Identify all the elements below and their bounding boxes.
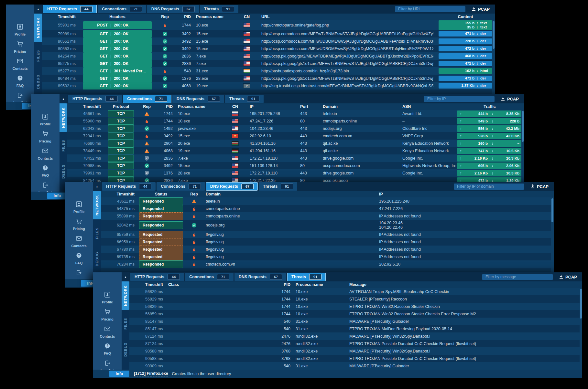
table-row[interactable]: 85275 msGET|200: OK28367.exehttp://ocsp.…	[42, 60, 495, 67]
tab-connections[interactable]: Connections71	[157, 182, 205, 191]
table-row[interactable]: 78452 msTCP28367.exe172.217.18.110443dri…	[67, 154, 524, 162]
table-row[interactable]: 65759 msRequestedffvgdsv.ugIP Addresses …	[101, 231, 554, 238]
sidebar-item-contacts[interactable]: Contacts	[12, 58, 27, 70]
table-row[interactable]: 72941 msTCP349215.exe★202.92.6.10443cmdt…	[67, 132, 524, 140]
filter-input[interactable]	[395, 6, 465, 12]
sidebar-item-log-out[interactable]: Log Out	[38, 182, 52, 192]
tab-threats[interactable]: Threats91	[200, 5, 238, 13]
dock-tab-network[interactable]: NETWORK	[60, 103, 67, 132]
table-row[interactable]: 56829 ms174410.exeSTEALER [PTsecurity] R…	[129, 295, 582, 303]
tab-http-requests[interactable]: HTTP Requests44	[102, 182, 156, 191]
tab-http-requests[interactable]: HTTP Requests44	[43, 5, 97, 13]
tab-connections[interactable]: Connections71	[185, 273, 234, 281]
tab-dns-requests[interactable]: DNS Requests67	[172, 95, 224, 103]
sidebar-item-faq[interactable]: ?FAQ	[42, 164, 49, 177]
scrollbar[interactable]	[580, 288, 582, 370]
collapse-panel-button[interactable]: ▲	[60, 94, 67, 103]
table-row[interactable]: 90588 ms3768rundll32.exeMALWARE [PTsecur…	[129, 347, 582, 355]
dock-tab-files[interactable]: FILES	[93, 221, 101, 245]
tab-threats[interactable]: Threats91	[287, 273, 326, 281]
sidebar-item-log-out[interactable]: Log Out	[13, 92, 27, 102]
table-row[interactable]: 56829 ms174410.exeAV TROJAN Trojan-Spy.M…	[129, 288, 582, 295]
scrollbar-thumb[interactable]	[522, 111, 524, 142]
sidebar-item-pricing[interactable]: Pricing	[14, 40, 26, 53]
sidebar-item-pricing[interactable]: Pricing	[73, 218, 85, 231]
collapse-panel-button[interactable]: ▲	[93, 182, 101, 191]
table-row[interactable]: 85147 ms54031.exeETPRO TROJAN MalDoc Ret…	[129, 325, 582, 332]
dock-tab-debug[interactable]: DEBUG	[60, 160, 67, 184]
dock-tab-network[interactable]: NETWORK	[34, 14, 42, 42]
sidebar-item-log-out[interactable]: Log Out	[101, 360, 114, 370]
pcap-download-button[interactable]: PCAP	[472, 6, 490, 12]
sidebar-item-profile[interactable]: Profile	[40, 113, 51, 126]
filter-input[interactable]	[482, 274, 553, 280]
sidebar-item-pricing[interactable]: Pricing	[101, 308, 113, 321]
table-row[interactable]: 62043 msTCP1492javaw.exe104.20.23.46443n…	[67, 125, 524, 132]
pcap-download-button[interactable]: PCAP	[559, 274, 577, 280]
dock-tab-network[interactable]: NETWORK	[93, 191, 101, 219]
scrollbar-thumb[interactable]	[580, 289, 582, 319]
sidebar-item-log-out[interactable]: Log Out	[72, 269, 86, 279]
filter-input[interactable]	[424, 96, 495, 102]
pcap-download-button[interactable]: PCAP	[530, 184, 549, 189]
dock-tab-files[interactable]: FILES	[122, 312, 129, 336]
scrollbar[interactable]	[551, 197, 554, 279]
table-row[interactable]: 62042 msRespondednodejs.org104.20.23.461…	[101, 220, 554, 231]
table-row[interactable]: 79988 msTCP349215.exe151.139.128.1480ocs…	[67, 162, 524, 169]
dock-tab-files[interactable]: FILES	[34, 44, 42, 68]
table-row[interactable]: 84254 msGET|200: OK28367.exehttp://ocsp.…	[42, 52, 495, 60]
table-row[interactable]: 66958 msRequestedffvgdsv.ugIP Addresses …	[101, 238, 554, 246]
tab-threats[interactable]: Threats91	[225, 95, 264, 103]
table-row[interactable]: 55901 msPOST|200: OK174410.exehttp://cnm…	[42, 20, 495, 30]
tab-dns-requests[interactable]: DNS Requests67	[147, 5, 199, 13]
table-row[interactable]: 70284 msRespondedcmdtech.com.vn202.92.6.…	[101, 260, 554, 268]
tab-connections[interactable]: Connections71	[123, 95, 171, 103]
table-row[interactable]: 56829 ms174410.exeETPRO TROJAN Win32.Rac…	[129, 303, 582, 310]
dock-tab-files[interactable]: FILES	[60, 134, 67, 158]
table-row[interactable]: 54875 msRespondedcnmotoparts.online47.24…	[101, 205, 554, 212]
tab-dns-requests[interactable]: DNS Requests67	[206, 182, 258, 191]
table-row[interactable]: 45661 msTCP174410.exe195.201.225.248443t…	[67, 110, 524, 117]
sidebar-item-contacts[interactable]: Contacts	[100, 325, 115, 338]
scrollbar-thumb[interactable]	[493, 21, 495, 49]
table-row[interactable]: 56859 ms174410.exeETPRO TROJAN Win32.Rac…	[129, 310, 582, 318]
sidebar-item-contacts[interactable]: Contacts	[38, 147, 53, 160]
table-row[interactable]: 43611 msRespondedtelete.in195.201.225.24…	[101, 197, 554, 205]
table-row[interactable]: 85147 ms54031.exeMALWARE [PTsecurity] Gu…	[129, 318, 582, 325]
info-button[interactable]: Info	[47, 193, 67, 199]
table-row[interactable]: 55900 msTCP174410.exe47.241.7.22680cnmot…	[67, 117, 524, 125]
collapse-panel-button[interactable]: ▲	[122, 272, 129, 281]
tab-http-requests[interactable]: HTTP Requests44	[130, 273, 184, 281]
scrollbar[interactable]	[492, 20, 495, 102]
tab-threats[interactable]: Threats91	[259, 182, 297, 191]
dock-tab-debug[interactable]: DEBUG	[34, 70, 42, 94]
table-row[interactable]: 86484 msGET|200: OK137628.exehttp://ocsp…	[42, 75, 495, 82]
sidebar-item-faq[interactable]: ?FAQ	[16, 75, 24, 88]
table-row[interactable]: 69735 msRequestedffvgdsv.ugIP Addresses …	[101, 253, 554, 260]
collapse-panel-button[interactable]: ▲	[34, 5, 42, 14]
sidebar-item-contacts[interactable]: Contacts	[71, 235, 86, 248]
table-row[interactable]: 87124 ms2476rundll32.exeETPRO TROJAN Pos…	[129, 340, 582, 347]
pcap-download-button[interactable]: PCAP	[501, 96, 519, 102]
table-row[interactable]: 90588 ms3768rundll32.exeETPRO TROJAN Pos…	[129, 355, 582, 362]
table-row[interactable]: 87124 ms2476rundll32.exeMALWARE [PTsecur…	[129, 332, 582, 340]
table-row[interactable]: 67780 msRequestedffvgdsv.ugIP Addresses …	[101, 246, 554, 253]
sidebar-item-faq[interactable]: ?FAQ	[104, 342, 111, 355]
tab-dns-requests[interactable]: DNS Requests67	[234, 273, 286, 281]
dock-tab-debug[interactable]: DEBUG	[122, 338, 129, 362]
table-row[interactable]: 76680 msTCP290420.exe41.204.161.16443qif…	[67, 140, 524, 147]
table-row[interactable]: 79991 msTCP137628.exe172.217.18.110443dr…	[67, 169, 524, 177]
process-link[interactable]: [1712] Firefox.exe	[134, 371, 168, 376]
scrollbar-thumb[interactable]	[551, 198, 553, 222]
table-row[interactable]: 80551 msGET|200: OK349215.exehttp://ocsp…	[42, 37, 495, 45]
sidebar-item-pricing[interactable]: Pricing	[39, 130, 51, 143]
table-row[interactable]: 89502 msGET|200: OK406819.exe?http://isr…	[42, 82, 495, 89]
sidebar-item-faq[interactable]: ?FAQ	[75, 252, 83, 265]
scrollbar[interactable]	[521, 110, 524, 192]
tab-http-requests[interactable]: HTTP Requests44	[68, 95, 122, 103]
sidebar-item-profile[interactable]: Profile	[73, 201, 84, 214]
table-row[interactable]: 79989 msGET|200: OK349215.exehttp://ocsp…	[42, 30, 495, 37]
sidebar-item-profile[interactable]: Profile	[102, 291, 113, 304]
table-row[interactable]: 55898 msRequestedcnmotoparts.onlineIP Ad…	[101, 212, 554, 220]
tab-connections[interactable]: Connections71	[98, 5, 146, 13]
